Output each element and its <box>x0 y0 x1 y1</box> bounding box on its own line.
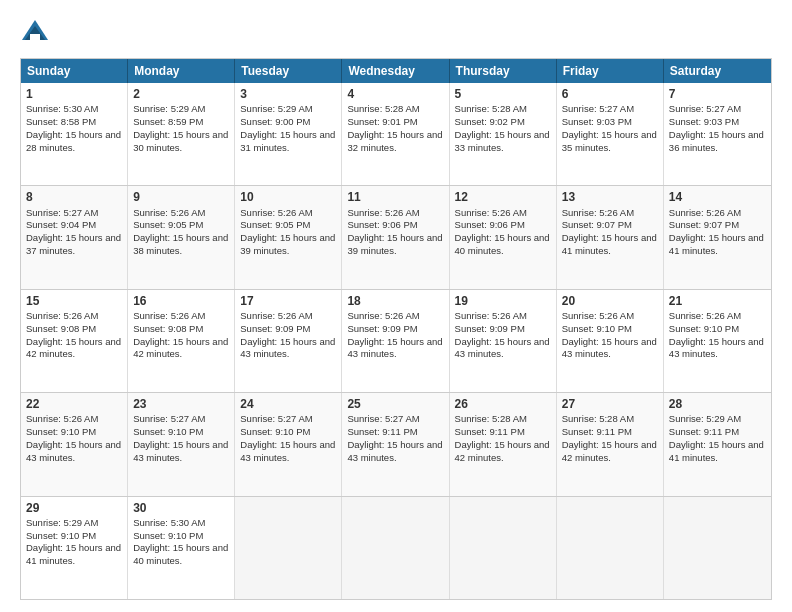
calendar-row-3: 22Sunrise: 5:26 AMSunset: 9:10 PMDayligh… <box>21 392 771 495</box>
calendar-cell: 28Sunrise: 5:29 AMSunset: 9:11 PMDayligh… <box>664 393 771 495</box>
sunset: Sunset: 9:10 PM <box>26 530 96 541</box>
daylight: Daylight: 15 hours and 32 minutes. <box>347 129 442 153</box>
daylight: Daylight: 15 hours and 41 minutes. <box>669 232 764 256</box>
calendar-cell <box>235 497 342 599</box>
calendar-cell: 24Sunrise: 5:27 AMSunset: 9:10 PMDayligh… <box>235 393 342 495</box>
calendar-row-4: 29Sunrise: 5:29 AMSunset: 9:10 PMDayligh… <box>21 496 771 599</box>
sunrise: Sunrise: 5:29 AM <box>133 103 205 114</box>
daylight: Daylight: 15 hours and 43 minutes. <box>347 336 442 360</box>
calendar-cell: 1Sunrise: 5:30 AMSunset: 8:58 PMDaylight… <box>21 83 128 185</box>
day-number: 21 <box>669 293 766 309</box>
header <box>20 18 772 48</box>
sunset: Sunset: 9:10 PM <box>133 530 203 541</box>
sunrise: Sunrise: 5:26 AM <box>347 310 419 321</box>
day-number: 13 <box>562 189 658 205</box>
calendar-cell <box>557 497 664 599</box>
day-number: 25 <box>347 396 443 412</box>
calendar-cell: 29Sunrise: 5:29 AMSunset: 9:10 PMDayligh… <box>21 497 128 599</box>
day-number: 5 <box>455 86 551 102</box>
day-number: 30 <box>133 500 229 516</box>
day-number: 2 <box>133 86 229 102</box>
calendar-cell: 2Sunrise: 5:29 AMSunset: 8:59 PMDaylight… <box>128 83 235 185</box>
calendar-cell <box>664 497 771 599</box>
daylight: Daylight: 15 hours and 31 minutes. <box>240 129 335 153</box>
calendar-cell: 4Sunrise: 5:28 AMSunset: 9:01 PMDaylight… <box>342 83 449 185</box>
sunrise: Sunrise: 5:27 AM <box>347 413 419 424</box>
day-number: 29 <box>26 500 122 516</box>
sunset: Sunset: 9:01 PM <box>347 116 417 127</box>
calendar-cell: 11Sunrise: 5:26 AMSunset: 9:06 PMDayligh… <box>342 186 449 288</box>
day-number: 14 <box>669 189 766 205</box>
sunrise: Sunrise: 5:27 AM <box>562 103 634 114</box>
daylight: Daylight: 15 hours and 35 minutes. <box>562 129 657 153</box>
calendar-cell: 25Sunrise: 5:27 AMSunset: 9:11 PMDayligh… <box>342 393 449 495</box>
sunrise: Sunrise: 5:26 AM <box>26 413 98 424</box>
header-day-friday: Friday <box>557 59 664 83</box>
header-day-thursday: Thursday <box>450 59 557 83</box>
daylight: Daylight: 15 hours and 41 minutes. <box>562 232 657 256</box>
calendar-cell: 17Sunrise: 5:26 AMSunset: 9:09 PMDayligh… <box>235 290 342 392</box>
calendar-cell: 18Sunrise: 5:26 AMSunset: 9:09 PMDayligh… <box>342 290 449 392</box>
header-day-monday: Monday <box>128 59 235 83</box>
sunset: Sunset: 9:08 PM <box>26 323 96 334</box>
daylight: Daylight: 15 hours and 42 minutes. <box>133 336 228 360</box>
sunrise: Sunrise: 5:26 AM <box>347 207 419 218</box>
sunset: Sunset: 9:07 PM <box>669 219 739 230</box>
daylight: Daylight: 15 hours and 36 minutes. <box>669 129 764 153</box>
sunrise: Sunrise: 5:28 AM <box>562 413 634 424</box>
daylight: Daylight: 15 hours and 42 minutes. <box>26 336 121 360</box>
calendar-cell: 3Sunrise: 5:29 AMSunset: 9:00 PMDaylight… <box>235 83 342 185</box>
sunset: Sunset: 9:11 PM <box>455 426 525 437</box>
daylight: Daylight: 15 hours and 43 minutes. <box>240 439 335 463</box>
day-number: 23 <box>133 396 229 412</box>
calendar-cell: 9Sunrise: 5:26 AMSunset: 9:05 PMDaylight… <box>128 186 235 288</box>
sunset: Sunset: 9:10 PM <box>133 426 203 437</box>
page: SundayMondayTuesdayWednesdayThursdayFrid… <box>0 0 792 612</box>
day-number: 20 <box>562 293 658 309</box>
day-number: 27 <box>562 396 658 412</box>
sunrise: Sunrise: 5:26 AM <box>562 207 634 218</box>
svg-rect-2 <box>30 34 40 40</box>
calendar-cell: 20Sunrise: 5:26 AMSunset: 9:10 PMDayligh… <box>557 290 664 392</box>
sunrise: Sunrise: 5:27 AM <box>240 413 312 424</box>
daylight: Daylight: 15 hours and 41 minutes. <box>669 439 764 463</box>
calendar-cell <box>342 497 449 599</box>
day-number: 8 <box>26 189 122 205</box>
sunrise: Sunrise: 5:28 AM <box>347 103 419 114</box>
calendar-row-2: 15Sunrise: 5:26 AMSunset: 9:08 PMDayligh… <box>21 289 771 392</box>
calendar-cell: 26Sunrise: 5:28 AMSunset: 9:11 PMDayligh… <box>450 393 557 495</box>
sunset: Sunset: 9:09 PM <box>455 323 525 334</box>
sunset: Sunset: 8:58 PM <box>26 116 96 127</box>
sunset: Sunset: 9:08 PM <box>133 323 203 334</box>
sunrise: Sunrise: 5:29 AM <box>240 103 312 114</box>
day-number: 3 <box>240 86 336 102</box>
calendar-cell: 6Sunrise: 5:27 AMSunset: 9:03 PMDaylight… <box>557 83 664 185</box>
sunrise: Sunrise: 5:28 AM <box>455 413 527 424</box>
sunrise: Sunrise: 5:26 AM <box>26 310 98 321</box>
sunrise: Sunrise: 5:26 AM <box>669 207 741 218</box>
sunrise: Sunrise: 5:30 AM <box>133 517 205 528</box>
header-day-sunday: Sunday <box>21 59 128 83</box>
calendar-cell <box>450 497 557 599</box>
sunset: Sunset: 9:06 PM <box>347 219 417 230</box>
daylight: Daylight: 15 hours and 43 minutes. <box>669 336 764 360</box>
daylight: Daylight: 15 hours and 38 minutes. <box>133 232 228 256</box>
daylight: Daylight: 15 hours and 33 minutes. <box>455 129 550 153</box>
calendar-cell: 22Sunrise: 5:26 AMSunset: 9:10 PMDayligh… <box>21 393 128 495</box>
sunset: Sunset: 9:10 PM <box>26 426 96 437</box>
sunset: Sunset: 9:11 PM <box>562 426 632 437</box>
sunrise: Sunrise: 5:26 AM <box>455 207 527 218</box>
daylight: Daylight: 15 hours and 39 minutes. <box>347 232 442 256</box>
calendar-cell: 15Sunrise: 5:26 AMSunset: 9:08 PMDayligh… <box>21 290 128 392</box>
logo-icon <box>20 18 50 48</box>
daylight: Daylight: 15 hours and 42 minutes. <box>562 439 657 463</box>
sunrise: Sunrise: 5:29 AM <box>26 517 98 528</box>
sunset: Sunset: 9:04 PM <box>26 219 96 230</box>
day-number: 9 <box>133 189 229 205</box>
header-day-tuesday: Tuesday <box>235 59 342 83</box>
day-number: 6 <box>562 86 658 102</box>
sunrise: Sunrise: 5:26 AM <box>240 310 312 321</box>
day-number: 22 <box>26 396 122 412</box>
calendar-cell: 12Sunrise: 5:26 AMSunset: 9:06 PMDayligh… <box>450 186 557 288</box>
daylight: Daylight: 15 hours and 43 minutes. <box>133 439 228 463</box>
